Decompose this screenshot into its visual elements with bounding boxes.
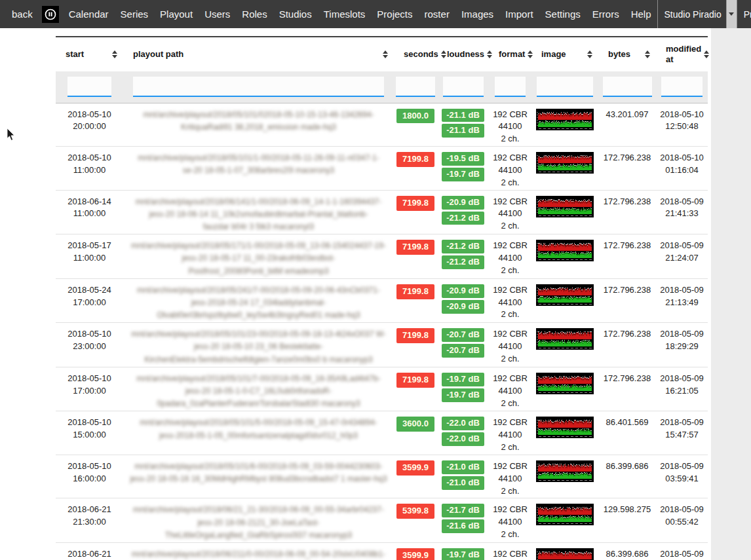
waveform-thumbnail[interactable]: [536, 109, 594, 130]
column-header-start[interactable]: start: [56, 37, 123, 71]
column-header-bytes[interactable]: bytes: [598, 37, 656, 71]
studio-select-value: Studio Piradio: [658, 0, 726, 28]
nav-item-calendar[interactable]: Calendar: [63, 9, 115, 20]
pause-circle-logo-icon[interactable]: [42, 6, 59, 23]
redacted-path-line: mnt/archive/playout/2018/05/101/7-00/201…: [128, 373, 390, 385]
filter-input-start[interactable]: [67, 77, 111, 97]
column-label-format: format: [499, 49, 525, 60]
loudness-badge: -20.9 dB: [442, 196, 484, 210]
seconds-badge: 7199.8: [396, 152, 434, 167]
nav-item-studios[interactable]: Studios: [273, 9, 318, 20]
seconds-badge: 7199.8: [396, 328, 434, 343]
cell-bytes: 172.796.238: [598, 190, 656, 234]
cell-loudness: -19.5 dB-19.7 dB: [437, 147, 489, 191]
waveform-thumbnail[interactable]: [536, 548, 594, 560]
cell-playout-path: mnt/archive/playout/2018/06/141/1-00/201…: [123, 190, 394, 234]
filter-input-modified_at[interactable]: [661, 77, 703, 97]
format-line: 192 CBR: [490, 460, 531, 473]
seconds-badge: 7199.8: [396, 284, 434, 299]
redacted-path-line: mnt/archive/playout/2018/06/21_21-30/201…: [128, 504, 390, 516]
format-line: 44100: [490, 341, 531, 353]
cell-bytes: 172.796.238: [598, 278, 656, 323]
nav-item-timeslots[interactable]: Timeslots: [318, 9, 372, 20]
nav-item-import[interactable]: Import: [499, 9, 539, 20]
waveform-thumbnail[interactable]: [536, 417, 594, 438]
sort-icon[interactable]: [112, 50, 117, 58]
cell-image: [531, 543, 598, 560]
nav-item-roster[interactable]: roster: [419, 9, 455, 20]
filter-cell-loudness: [437, 71, 489, 103]
filter-input-format[interactable]: [495, 77, 526, 97]
sort-icon[interactable]: [487, 50, 492, 58]
sort-desc-icon: [383, 55, 388, 58]
sort-icon[interactable]: [528, 50, 533, 58]
start-time: 17:00:00: [56, 385, 123, 398]
sort-icon[interactable]: [441, 50, 446, 58]
waveform-thumbnail[interactable]: [536, 152, 594, 174]
cell-modified-at: 2018-05-0903:59:41: [656, 455, 708, 498]
waveform-thumbnail[interactable]: [536, 196, 594, 217]
filter-input-image[interactable]: [537, 77, 593, 97]
mouse-cursor-icon: [7, 128, 16, 141]
cell-image: [531, 147, 598, 191]
cell-playout-path: mnt/archive/playout/2018/05/101/5-00/201…: [123, 411, 394, 455]
redacted-path-line: KritiquaRadi91 38,2018_emission made-hq3: [128, 121, 390, 134]
sort-icon[interactable]: [383, 50, 388, 58]
nav-item-projects[interactable]: Projects: [371, 9, 418, 20]
seconds-badge: 7199.8: [396, 240, 434, 255]
waveform-thumbnail[interactable]: [536, 284, 594, 306]
sort-icon[interactable]: [645, 50, 650, 58]
column-header-modified_at[interactable]: modified at: [656, 37, 708, 71]
modified-time: 01:16:04: [657, 164, 707, 177]
cell-playout-path: mnt/archive/playout/2018/06/211/0-00/201…: [123, 543, 394, 560]
waveform-thumbnail[interactable]: [536, 373, 594, 394]
cell-image: [531, 367, 598, 411]
waveform-thumbnail[interactable]: [536, 328, 594, 350]
sort-icon[interactable]: [704, 50, 709, 58]
cell-seconds: 7199.8: [394, 234, 437, 279]
filter-input-bytes[interactable]: [603, 77, 652, 97]
cell-start: 2018-05-1017:00:00: [56, 367, 123, 411]
filter-input-playout_path[interactable]: [133, 77, 384, 97]
start-time: 16:00:00: [56, 473, 123, 485]
nav-item-settings[interactable]: Settings: [539, 9, 587, 20]
table-row: 2018-05-1711:00:00mnt/archive/playout/20…: [56, 234, 708, 279]
modified-date: 2018-05-09: [657, 417, 707, 429]
playout-path-redacted: mnt/archive/playout/2018/05/101/5-00/201…: [128, 417, 390, 441]
loudness-badges: -22.0 dB-22.0 dB: [442, 417, 484, 446]
column-header-playout_path[interactable]: playout path: [123, 37, 394, 71]
studio-select-arrow[interactable]: [726, 0, 737, 28]
sort-icon[interactable]: [587, 50, 592, 58]
format-line: 2 ch.: [490, 133, 531, 145]
nav-item-help[interactable]: Help: [625, 9, 657, 20]
back-button[interactable]: back: [0, 9, 41, 20]
cell-modified-at: 2018-05-0918:29:29: [656, 323, 708, 367]
cell-image: [531, 323, 598, 367]
column-header-format[interactable]: format: [489, 37, 531, 71]
nav-item-series[interactable]: Series: [115, 9, 155, 20]
project-select[interactable]: Project 88vier: [737, 0, 751, 28]
format-line: 192 CBR: [490, 196, 531, 208]
column-header-inner: start: [56, 49, 123, 60]
studio-select[interactable]: Studio Piradio: [657, 0, 737, 28]
column-header-image[interactable]: image: [531, 37, 598, 71]
sort-desc-icon: [528, 55, 533, 58]
format-line: 44100: [490, 429, 531, 441]
modified-date: 2018-05-10: [657, 109, 707, 121]
loudness-badges: -20.7 dB-20.7 dB: [442, 328, 484, 358]
waveform-thumbnail[interactable]: [536, 240, 594, 261]
nav-item-roles[interactable]: Roles: [236, 9, 273, 20]
column-header-seconds[interactable]: seconds: [394, 37, 437, 71]
nav-item-users[interactable]: Users: [199, 9, 236, 20]
cell-image: [531, 455, 598, 498]
waveform-thumbnail[interactable]: [536, 460, 594, 482]
cell-format: 192 CBR441002 ch.: [489, 278, 531, 323]
waveform-thumbnail[interactable]: [536, 504, 594, 525]
filter-input-loudness[interactable]: [443, 77, 484, 97]
nav-item-images[interactable]: Images: [455, 9, 499, 20]
filter-input-seconds[interactable]: [396, 77, 435, 97]
nav-item-playout[interactable]: Playout: [154, 9, 199, 20]
format-line: 192 CBR: [490, 328, 531, 341]
filter-row: [56, 71, 708, 103]
nav-item-errors[interactable]: Errors: [587, 9, 625, 20]
